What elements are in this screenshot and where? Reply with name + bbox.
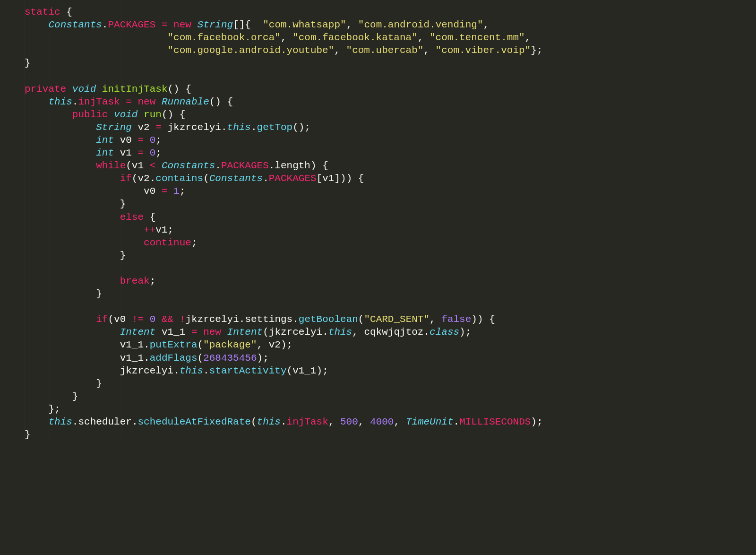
- kw-private: private: [25, 84, 66, 95]
- method-name: initInjTask: [102, 84, 168, 95]
- id-constants: Constants: [48, 19, 102, 30]
- code-block: static { Constants.PACKAGES = new String…: [0, 0, 756, 441]
- kw-static: static: [25, 7, 60, 17]
